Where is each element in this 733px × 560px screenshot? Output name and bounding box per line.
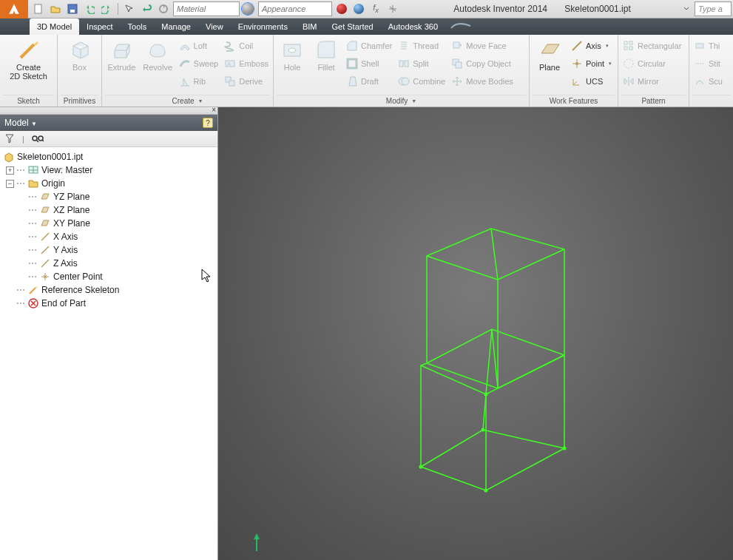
hole-icon (280, 38, 304, 61)
app-logo[interactable] (0, 0, 28, 18)
tree-end-of-part[interactable]: ⋯End of Part (1, 297, 216, 310)
ribbon-group-create: Extrude Revolve Loft Sweep Rib Coil AEmb… (102, 35, 274, 107)
ribbon-label-create[interactable]: Create▼ (105, 95, 270, 107)
fx-icon[interactable]: fx (368, 1, 383, 16)
appearance-dropdown[interactable]: Appearance (258, 1, 332, 16)
tab-tools[interactable]: Tools (121, 18, 155, 35)
help-icon[interactable]: ? (203, 118, 213, 128)
close-icon[interactable]: × (212, 106, 216, 114)
open-icon[interactable] (48, 1, 63, 16)
tree-z-axis[interactable]: ⋯Z Axis (1, 257, 216, 270)
search-chevron-icon[interactable] (681, 4, 692, 14)
sculpt-button[interactable]: Scu (692, 73, 724, 90)
tab-environments[interactable]: Environments (231, 18, 295, 35)
material-placeholder: Material (177, 4, 206, 13)
plane-button[interactable]: Plane (533, 36, 567, 72)
stitch-button[interactable]: Stit (692, 55, 724, 72)
fillet-button[interactable]: Fillet (311, 36, 342, 72)
appearance-ball1-icon[interactable] (334, 1, 349, 16)
box-button[interactable]: Box (61, 36, 98, 72)
tree-center-point[interactable]: ⋯Center Point (1, 270, 216, 283)
coil-button[interactable]: Coil (223, 38, 270, 54)
tree-yz-plane[interactable]: ⋯YZ Plane (1, 190, 216, 203)
ucs-button[interactable]: UCS (570, 73, 613, 90)
thread-button[interactable]: Thread (396, 38, 447, 54)
select-icon[interactable] (122, 1, 137, 16)
return-icon[interactable] (139, 1, 154, 16)
redo-icon[interactable] (99, 1, 114, 16)
axis-button[interactable]: Axis▾ (570, 38, 613, 54)
emboss-button[interactable]: AEmboss (223, 55, 270, 72)
panel-toolbar: | (0, 131, 217, 147)
svg-point-19 (575, 62, 578, 65)
appearance-ball2-icon[interactable] (351, 1, 366, 16)
tree-xz-plane[interactable]: ⋯XZ Plane (1, 203, 216, 217)
3d-viewport[interactable] (218, 107, 733, 560)
move-bodies-button[interactable]: Move Bodies (450, 73, 515, 90)
new-icon[interactable] (31, 1, 46, 16)
tab-view[interactable]: View (198, 18, 231, 35)
mirror-button[interactable]: Mirror (621, 73, 683, 90)
measure-icon[interactable] (385, 1, 400, 16)
tab-get-started[interactable]: Get Started (324, 18, 380, 35)
combine-button[interactable]: Combine (396, 73, 447, 90)
plane-icon (39, 191, 51, 203)
ribbon-group-surface: Thi Stit Scu (689, 35, 733, 107)
tree-root[interactable]: Skeleton0001.ipt (1, 150, 216, 163)
ribbon: Create 2D Sketch Sketch Box Primitives E… (0, 35, 733, 107)
shell-button[interactable]: Shell (345, 55, 393, 72)
rib-button[interactable]: Rib (178, 73, 220, 90)
tree-x-axis[interactable]: ⋯X Axis (1, 230, 216, 243)
draft-icon (346, 75, 358, 87)
create-2d-sketch-button[interactable]: Create 2D Sketch (3, 36, 54, 81)
save-icon[interactable] (65, 1, 80, 16)
expand-icon[interactable]: + (6, 166, 14, 175)
tree-xy-plane[interactable]: ⋯XY Plane (1, 217, 216, 230)
tree-y-axis[interactable]: ⋯Y Axis (1, 243, 216, 257)
ribbon-group-work-features: Plane Axis▾ Point▾ UCS Work Features (530, 35, 618, 107)
filter-icon[interactable] (4, 133, 15, 145)
chamfer-button[interactable]: Chamfer (345, 38, 393, 54)
thicken-button[interactable]: Thi (692, 38, 724, 54)
stitch-icon (694, 58, 706, 70)
svg-rect-23 (629, 47, 632, 50)
tree-view[interactable]: + ⋯ View: Master (1, 163, 216, 177)
model-tree[interactable]: Skeleton0001.ipt + ⋯ View: Master − ⋯ Or… (0, 147, 217, 560)
tab-3d-model[interactable]: 3D Model (30, 18, 79, 35)
draft-button[interactable]: Draft (345, 73, 393, 90)
extrude-button[interactable]: Extrude (105, 36, 138, 72)
find-icon[interactable] (32, 134, 44, 144)
material-ball-icon[interactable] (242, 3, 254, 15)
loft-button[interactable]: Loft (178, 38, 220, 54)
hole-button[interactable]: Hole (277, 36, 308, 72)
tree-reference-skeleton[interactable]: ⋯Reference Skeleton (1, 283, 216, 297)
ribbon-group-modify: Hole Fillet Chamfer Shell Draft Thread S… (274, 35, 530, 107)
plane-icon (39, 217, 51, 229)
material-dropdown[interactable]: Material (173, 1, 240, 16)
folder-icon (27, 178, 39, 189)
rectangular-button[interactable]: Rectangular (621, 38, 683, 54)
collapse-icon[interactable]: − (6, 180, 14, 188)
plane-icon (39, 204, 51, 216)
derive-button[interactable]: Derive (223, 73, 270, 90)
tab-autodesk-360[interactable]: Autodesk 360 (381, 18, 445, 35)
copy-object-button[interactable]: Copy Object (450, 55, 515, 72)
loft-icon (179, 40, 191, 52)
point-button[interactable]: Point▾ (570, 55, 613, 72)
circular-button[interactable]: Circular (621, 55, 683, 72)
tab-manage[interactable]: Manage (154, 18, 198, 35)
move-face-button[interactable]: Move Face (450, 38, 515, 54)
tab-inspect[interactable]: Inspect (79, 18, 120, 35)
revolve-button[interactable]: Revolve (141, 36, 175, 72)
circular-icon (623, 58, 635, 70)
split-button[interactable]: Split (396, 55, 447, 72)
tab-bim[interactable]: BIM (295, 18, 325, 35)
search-input[interactable]: Type a (695, 1, 732, 16)
ribbon-label-modify[interactable]: Modify▼ (277, 95, 526, 107)
sweep-button[interactable]: Sweep (178, 55, 220, 72)
panel-header[interactable]: Model ▼ ? (0, 115, 217, 131)
undo-icon[interactable] (82, 1, 97, 16)
update-icon[interactable] (156, 1, 171, 16)
tree-origin[interactable]: − ⋯ Origin (1, 177, 216, 190)
end-icon (27, 297, 39, 309)
